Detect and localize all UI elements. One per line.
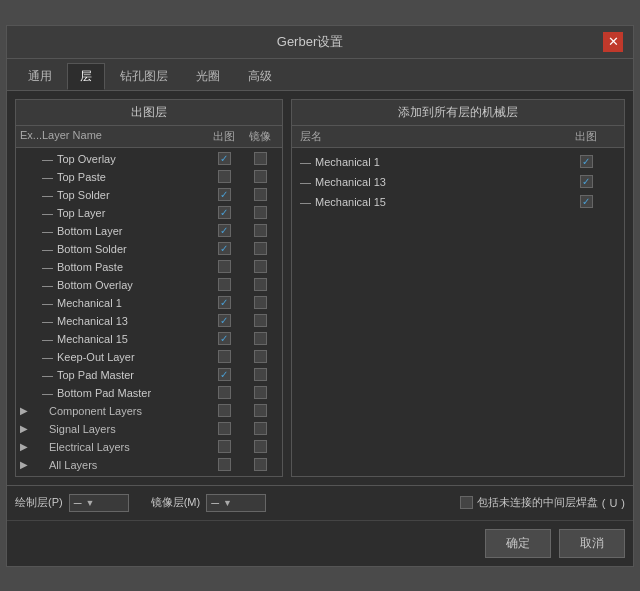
list-item: — Mechanical 13	[300, 172, 616, 192]
out-check[interactable]	[206, 422, 242, 435]
mirror-check[interactable]	[242, 350, 278, 363]
mirror-check[interactable]	[242, 332, 278, 345]
out-check[interactable]	[206, 332, 242, 345]
mirror-check[interactable]	[242, 440, 278, 453]
mirror-check[interactable]	[242, 188, 278, 201]
mirror-label: 镜像层(M)	[151, 495, 201, 510]
table-row: — Mechanical 1	[16, 294, 282, 312]
tab-advanced[interactable]: 高级	[235, 63, 285, 90]
col-ex: Ex...	[20, 129, 42, 144]
title-bar: Gerber设置 ✕	[7, 26, 633, 59]
dialog-title: Gerber设置	[17, 33, 603, 51]
col-name: Layer Name	[42, 129, 206, 144]
out-check[interactable]	[206, 260, 242, 273]
out-check[interactable]	[206, 368, 242, 381]
mirror-check[interactable]	[242, 314, 278, 327]
out-check[interactable]	[206, 350, 242, 363]
tab-drill[interactable]: 钻孔图层	[107, 63, 181, 90]
chevron-down-icon: ▼	[85, 498, 94, 508]
out-check[interactable]	[206, 224, 242, 237]
mirror-check[interactable]	[242, 404, 278, 417]
mirror-check[interactable]	[242, 422, 278, 435]
dialog: Gerber设置 ✕ 通用 层 钻孔图层 光圈 高级 出图层 Ex... Lay…	[6, 25, 634, 567]
out-check[interactable]	[206, 404, 242, 417]
mirror-check[interactable]	[242, 260, 278, 273]
cancel-button[interactable]: 取消	[559, 529, 625, 558]
mirror-check[interactable]	[242, 296, 278, 309]
expand-icon[interactable]: ▶	[20, 441, 34, 452]
col-out: 出图	[206, 129, 242, 144]
out-check[interactable]	[206, 458, 242, 471]
left-panel-header: 出图层	[16, 100, 282, 126]
include-checkbox[interactable]	[460, 496, 473, 509]
main-content: 出图层 Ex... Layer Name 出图 镜像 — Top Overlay	[7, 91, 633, 485]
right-panel-header: 添加到所有层的机械层	[292, 100, 624, 126]
out-check[interactable]	[206, 170, 242, 183]
right-panel: 添加到所有层的机械层 层名 出图 — Mechanical 1	[291, 99, 625, 477]
bottom-bar: 绘制层(P) ─ ▼ 镜像层(M) ─ ▼ 包括未连接的中间层焊盘(U)	[7, 485, 633, 520]
out-check[interactable]	[206, 242, 242, 255]
chevron-down-icon: ▼	[223, 498, 232, 508]
rcol-name: 层名	[300, 129, 556, 144]
right-out-check[interactable]	[556, 155, 616, 168]
mirror-check[interactable]	[242, 242, 278, 255]
right-out-check[interactable]	[556, 195, 616, 208]
table-row: — Top Layer	[16, 204, 282, 222]
out-check[interactable]	[206, 440, 242, 453]
tab-general[interactable]: 通用	[15, 63, 65, 90]
include-label: 包括未连接的中间层焊盘(U)	[460, 495, 625, 510]
out-check[interactable]	[206, 314, 242, 327]
table-row: — Bottom Pad Master	[16, 384, 282, 402]
out-check[interactable]	[206, 206, 242, 219]
table-row: ▶ — Component Layers	[16, 402, 282, 420]
tab-aperture[interactable]: 光圈	[183, 63, 233, 90]
mirror-layer-dropdown[interactable]: ─ ▼	[206, 494, 266, 512]
tab-layers[interactable]: 层	[67, 63, 105, 90]
mirror-check[interactable]	[242, 152, 278, 165]
list-item: — Mechanical 1	[300, 152, 616, 172]
table-row: — Bottom Solder	[16, 240, 282, 258]
out-check[interactable]	[206, 278, 242, 291]
table-row: — Mechanical 13	[16, 312, 282, 330]
confirm-button[interactable]: 确定	[485, 529, 551, 558]
mirror-check[interactable]	[242, 206, 278, 219]
table-row: ▶ — All Layers	[16, 456, 282, 474]
mirror-check[interactable]	[242, 278, 278, 291]
right-layers-list: — Mechanical 1 — Mechanical 13	[292, 148, 624, 476]
table-row: — Bottom Paste	[16, 258, 282, 276]
mirror-check[interactable]	[242, 224, 278, 237]
table-row: ▶ — Electrical Layers	[16, 438, 282, 456]
draw-label: 绘制层(P)	[15, 495, 63, 510]
close-button[interactable]: ✕	[603, 32, 623, 52]
out-check[interactable]	[206, 188, 242, 201]
table-row: — Mechanical 15	[16, 330, 282, 348]
table-row: — Top Solder	[16, 186, 282, 204]
expand-icon[interactable]: ▶	[20, 423, 34, 434]
table-row: — Bottom Layer	[16, 222, 282, 240]
expand-icon[interactable]: ▶	[20, 459, 34, 470]
left-panel: 出图层 Ex... Layer Name 出图 镜像 — Top Overlay	[15, 99, 283, 477]
col-mirror: 镜像	[242, 129, 278, 144]
mirror-check[interactable]	[242, 170, 278, 183]
draw-layer-dropdown[interactable]: ─ ▼	[69, 494, 129, 512]
out-check[interactable]	[206, 296, 242, 309]
left-cols-header: Ex... Layer Name 出图 镜像	[16, 126, 282, 148]
table-row: — Top Overlay	[16, 150, 282, 168]
out-check[interactable]	[206, 152, 242, 165]
table-row: — Top Pad Master	[16, 366, 282, 384]
mirror-check[interactable]	[242, 458, 278, 471]
table-row: — Top Paste	[16, 168, 282, 186]
mirror-check[interactable]	[242, 386, 278, 399]
table-row: ▶ — Signal Layers	[16, 420, 282, 438]
list-item: — Mechanical 15	[300, 192, 616, 212]
right-cols-header: 层名 出图	[292, 126, 624, 148]
right-out-check[interactable]	[556, 175, 616, 188]
layers-list: — Top Overlay — Top Paste — To	[16, 148, 282, 476]
mirror-check[interactable]	[242, 368, 278, 381]
table-row: — Keep-Out Layer	[16, 348, 282, 366]
out-check[interactable]	[206, 386, 242, 399]
action-bar: 确定 取消	[7, 520, 633, 566]
expand-icon[interactable]: ▶	[20, 405, 34, 416]
rcol-out: 出图	[556, 129, 616, 144]
table-row: — Bottom Overlay	[16, 276, 282, 294]
